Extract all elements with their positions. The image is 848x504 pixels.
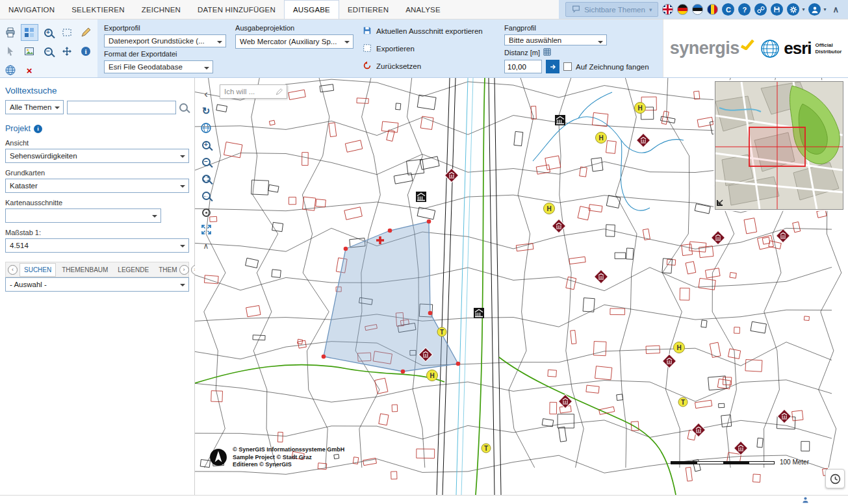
link-icon[interactable] — [754, 3, 767, 16]
apply-distance-button[interactable] — [546, 60, 559, 73]
collapse-header-icon[interactable]: ∧ — [830, 5, 842, 14]
tab-themenbaum[interactable]: THEMENBAUM — [58, 264, 112, 276]
export-button[interactable]: Exportieren — [363, 42, 495, 57]
map-zoom-window-icon[interactable] — [199, 171, 213, 186]
user-icon[interactable] — [808, 3, 821, 16]
map-zoom-out-icon[interactable]: − — [199, 155, 213, 169]
map-previous-extent-icon[interactable]: ← — [199, 188, 213, 203]
map-viewport[interactable]: HHHHHTTT ‹ ↻ + − ← ∧ Ich will ... — [195, 78, 848, 495]
export-extent-button[interactable]: Aktuellen Ausschnitt exportieren — [363, 24, 495, 39]
svg-text:H: H — [430, 372, 434, 379]
tab-legende[interactable]: LEGENDE — [114, 264, 153, 276]
view-select[interactable]: Sehenswürdigkeiten — [5, 149, 189, 163]
tabs-scroll-left-icon[interactable]: ‹ — [8, 265, 18, 275]
extents-label: Kartenausschnitte — [5, 199, 189, 207]
history-clock-button[interactable] — [825, 469, 845, 488]
search-icon[interactable] — [179, 103, 188, 112]
clock-icon — [830, 473, 841, 485]
project-info-icon[interactable]: i — [34, 125, 42, 133]
info-icon[interactable]: i — [77, 43, 95, 60]
map-credits: © SynerGIS Informationssysteme GmbH Samp… — [209, 446, 344, 469]
status-bar — [0, 495, 848, 504]
scalebar-segments — [671, 461, 775, 464]
extents-select[interactable] — [5, 208, 161, 223]
map-center-icon[interactable] — [199, 205, 213, 220]
sidebar: Volltextsuche Alle Themen Projekt i Ansi… — [0, 78, 195, 495]
map-globe-icon[interactable] — [199, 121, 213, 135]
reset-button[interactable]: Zurücksetzen — [363, 58, 495, 73]
tab-themen-truncated[interactable]: THEM — [155, 264, 177, 276]
svg-text:H: H — [546, 205, 551, 212]
language-estonian-flag[interactable] — [692, 4, 703, 15]
speech-bubble-icon — [572, 5, 580, 14]
menu-selektieren[interactable]: SELEKTIEREN — [63, 0, 133, 19]
save-icon[interactable] — [771, 3, 783, 16]
map-image-icon[interactable] — [21, 43, 38, 60]
scale-select[interactable]: 4.514 — [5, 238, 189, 253]
basemap-label: Grundkarten — [5, 169, 189, 177]
zoom-out-icon[interactable]: − — [40, 43, 57, 60]
tab-suchen[interactable]: SUCHEN — [19, 263, 56, 277]
menu-daten-hinzufuegen[interactable]: DATEN HINZUFÜGEN — [189, 0, 284, 19]
north-arrow-icon — [209, 448, 227, 466]
menu-analyse[interactable]: ANALYSE — [397, 0, 449, 19]
overview-map[interactable] — [715, 81, 843, 210]
refresh-icon[interactable]: ↻ — [199, 104, 213, 118]
close-tool-icon[interactable]: × — [21, 62, 38, 79]
language-romanian-flag[interactable] — [707, 4, 718, 15]
fulltext-search-input[interactable] — [67, 101, 176, 114]
synergis-swoosh-icon — [740, 40, 754, 50]
grid-icon[interactable] — [543, 48, 551, 57]
pan-icon[interactable] — [58, 43, 76, 60]
credit-line-1: © SynerGIS Informationssysteme GmbH — [233, 446, 344, 454]
language-english-flag[interactable] — [662, 4, 673, 15]
measure-pencil-icon[interactable] — [77, 24, 95, 41]
zoom-in-icon[interactable]: + — [40, 24, 57, 41]
projection-label: Ausgabeprojektion — [235, 24, 353, 32]
chevron-down-icon: ▾ — [649, 6, 652, 13]
language-german-flag[interactable] — [677, 4, 688, 15]
search-selection-select[interactable]: - Auswahl - — [5, 277, 189, 292]
svg-text:H: H — [676, 344, 681, 351]
esri-globe-icon — [760, 39, 780, 58]
toolbar-collapse-up-icon[interactable]: ∧ — [199, 239, 213, 253]
snap-profile-select[interactable]: Bitte auswählen — [504, 34, 607, 45]
ribbon-tools: + − i × — [0, 19, 97, 77]
menu-navigation[interactable]: NAVIGATION — [0, 0, 63, 19]
map-full-extent-icon[interactable] — [199, 222, 213, 236]
projection-select[interactable]: Web Mercator (Auxiliary Sp... — [235, 34, 353, 49]
overview-collapse-icon[interactable] — [717, 198, 725, 208]
menu-ausgabe[interactable]: AUSGABE — [284, 0, 339, 19]
help-icon[interactable]: ? — [738, 3, 751, 16]
snap-drawing-label: Auf Zeichnung fangen — [576, 63, 649, 71]
export-selection-icon — [363, 44, 372, 54]
gear-icon[interactable] — [787, 3, 799, 16]
map-tiles-icon[interactable] — [21, 24, 38, 41]
status-user-icon[interactable] — [802, 496, 809, 504]
snap-drawing-checkbox[interactable] — [563, 62, 572, 71]
tabs-scroll-right-icon[interactable]: › — [179, 265, 189, 275]
distance-input[interactable] — [504, 60, 542, 73]
ribbon: + − i × Exportprofil Datenexport Grundst… — [0, 19, 848, 78]
contrast-icon[interactable]: C — [722, 3, 734, 16]
gear-caret-icon: ▾ — [802, 6, 804, 12]
overview-map-canvas — [715, 82, 843, 209]
menu-editieren[interactable]: EDITIEREN — [339, 0, 397, 19]
select-rectangle-icon[interactable] — [58, 24, 76, 41]
sidebar-collapse-icon[interactable]: ‹ — [199, 87, 213, 101]
export-format-select[interactable]: Esri File Geodatabase — [104, 60, 213, 73]
basemap-select[interactable]: Kataster — [5, 179, 189, 193]
undo-icon — [363, 61, 372, 71]
pointer-icon[interactable] — [2, 43, 19, 60]
globe-icon[interactable] — [2, 62, 19, 79]
export-format-label: Format der Exportdatei — [104, 50, 226, 58]
theme-filter-select[interactable]: Alle Themen — [5, 100, 64, 114]
print-icon[interactable] — [2, 24, 19, 41]
sidebar-tabstrip: ‹ SUCHEN THEMENBAUM LEGENDE THEM › » — [5, 262, 189, 277]
visible-themes-button[interactable]: Sichtbare Themen ▾ — [565, 2, 658, 17]
ich-will-input[interactable]: Ich will ... — [220, 84, 287, 99]
map-zoom-in-icon[interactable]: + — [199, 138, 213, 152]
menubar-right-cluster: Sichtbare Themen ▾ C ? ▾ ▾ ∧ — [559, 0, 848, 19]
menu-zeichnen[interactable]: ZEICHNEN — [133, 0, 189, 19]
export-profile-select[interactable]: Datenexport Grundstücke (... — [104, 34, 226, 47]
